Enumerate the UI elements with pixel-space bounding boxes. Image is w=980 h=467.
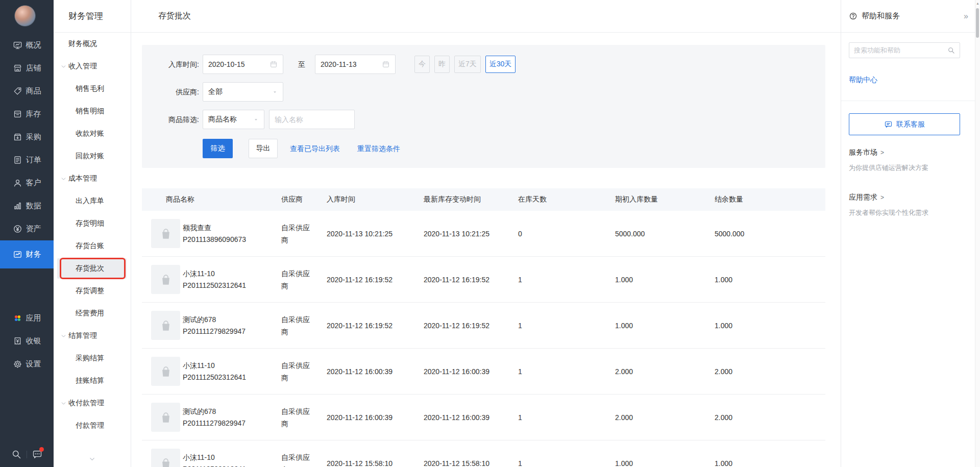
balance-qty-cell: 1.000 (715, 459, 825, 467)
sidebar-item[interactable]: 店铺 (0, 57, 54, 80)
menu-item[interactable]: 经营费用 (54, 302, 130, 325)
scroll-up-arrow[interactable]: ▲ (975, 2, 980, 5)
product-name: 小沫11-10 (183, 452, 246, 463)
menu-item[interactable]: 存货台账 (54, 235, 130, 257)
menu-item[interactable]: 收入管理 (54, 55, 130, 78)
menu-item[interactable]: 采购结算 (54, 347, 130, 370)
caret-down-icon (253, 117, 259, 122)
calendar-icon (270, 60, 278, 68)
menu-item[interactable]: 销售明细 (54, 100, 130, 122)
menu-collapse-button[interactable] (54, 455, 131, 463)
sidebar-item[interactable]: 库存 (0, 103, 54, 126)
sidebar-item-label: 采购 (26, 132, 41, 142)
menu-item[interactable]: 存货批次 (54, 257, 130, 280)
chevron-right-icon: > (880, 149, 884, 156)
sidebar-item-icon (13, 336, 22, 346)
message-icon[interactable] (32, 449, 42, 459)
product-code: P201112502312641 (183, 372, 246, 383)
help-section[interactable]: 应用需求 > 开发者帮你实现个性化需求 (849, 193, 967, 216)
sidebar-item[interactable]: 采购 (0, 126, 54, 149)
sidebar-item[interactable]: 概况 (0, 34, 54, 57)
supplier-select[interactable]: 全部 (203, 82, 283, 102)
balance-qty-cell: 1.000 (715, 322, 825, 330)
sidebar-item[interactable]: 资产 (0, 217, 54, 240)
days-in-stock-cell: 1 (518, 413, 615, 422)
menu-item[interactable]: 成本管理 (54, 167, 130, 190)
sidebar-item[interactable]: 设置 (0, 353, 54, 376)
menu-item[interactable]: 回款对账 (54, 145, 130, 167)
product-name-input-wrap (269, 110, 355, 129)
search-icon[interactable] (11, 449, 21, 459)
sidebar-item[interactable]: 应用 (0, 307, 54, 330)
view-exported-link[interactable]: 查看已导出列表 (290, 139, 340, 158)
finance-menu: 财务管理 财务概况 收入管理 销售毛利 销售明细 收款对账 回款对账 (54, 0, 131, 467)
product-name-input[interactable] (275, 115, 349, 124)
sidebar-item-icon (13, 250, 22, 259)
in-time-cell: 2020-11-12 16:00:39 (327, 367, 424, 376)
menu-item[interactable]: 结算管理 (54, 325, 130, 347)
product-filter-type-value: 商品名称 (208, 115, 237, 124)
product-thumbnail (151, 219, 180, 248)
sidebar-item[interactable]: 数据 (0, 194, 54, 217)
change-time-cell: 2020-11-12 15:58:10 (424, 459, 518, 467)
collapse-panel-icon[interactable]: » (964, 12, 967, 21)
sidebar-item-icon (13, 224, 22, 234)
sidebar-item[interactable]: 客户 (0, 171, 54, 194)
export-button[interactable]: 导出 (249, 139, 278, 158)
date-range-label: 入库时间: (142, 55, 199, 74)
bag-icon (159, 457, 173, 467)
menu-item[interactable]: 存货明细 (54, 212, 130, 235)
column-header: 期初入库数量 (615, 195, 715, 204)
days-in-stock-cell: 0 (518, 230, 615, 238)
magnifier-icon[interactable] (947, 46, 955, 54)
product-thumbnail (151, 449, 180, 467)
menu-item[interactable]: 收款对账 (54, 122, 130, 145)
contact-support-button[interactable]: 联系客服 (849, 113, 960, 135)
reset-filters-link[interactable]: 重置筛选条件 (357, 139, 400, 158)
filter-button[interactable]: 筛选 (203, 139, 233, 158)
sidebar-item[interactable]: 收银 (0, 330, 54, 353)
avatar[interactable] (14, 5, 36, 27)
date-to-input[interactable] (315, 55, 396, 74)
sidebar-item-icon (13, 313, 22, 323)
quick-date-button[interactable]: 昨 (434, 56, 450, 73)
sidebar-item-label: 商品 (26, 86, 41, 96)
scrollbar-thumb[interactable] (976, 8, 979, 38)
supplier-cell: 自采供应商 (281, 267, 314, 292)
quick-date-button[interactable]: 近30天 (485, 56, 516, 73)
help-section[interactable]: 服务市场 > 为你提供店铺运营解决方案 (849, 148, 967, 171)
menu-item-label: 财务概况 (68, 39, 97, 48)
product-code: P201112502312641 (183, 463, 246, 467)
product-name: 额我查查 (183, 222, 246, 234)
help-search-input[interactable] (854, 46, 944, 54)
menu-item[interactable]: 财务概况 (54, 33, 130, 55)
menu-item[interactable]: 存货调整 (54, 280, 130, 302)
product-name: 测试的678 (183, 406, 246, 417)
menu-item[interactable]: 销售毛利 (54, 78, 130, 100)
menu-item-label: 存货台账 (76, 241, 104, 251)
help-center-link[interactable]: 帮助中心 (849, 76, 877, 85)
sidebar-item[interactable]: 财务 (0, 240, 54, 268)
vertical-scrollbar[interactable]: ▲ (975, 0, 980, 467)
menu-item[interactable]: 挂账结算 (54, 370, 130, 392)
product-filter-type-select[interactable]: 商品名称 (203, 110, 264, 129)
page-title: 存货批次 (158, 11, 191, 21)
change-time-cell: 2020-11-12 16:00:39 (424, 367, 518, 376)
menu-item[interactable]: 出入库单 (54, 190, 130, 212)
sidebar-item-icon (13, 359, 22, 369)
help-section-desc: 为你提供店铺运营解决方案 (849, 164, 967, 171)
days-in-stock-cell: 1 (518, 276, 615, 284)
sidebar-item-icon (13, 201, 22, 211)
date-to-value[interactable] (321, 60, 379, 68)
quick-date-button[interactable]: 今 (414, 56, 430, 73)
menu-item[interactable]: 收付款管理 (54, 392, 130, 414)
menu-item-label: 存货明细 (76, 219, 104, 228)
sidebar-item[interactable]: 订单 (0, 149, 54, 171)
page-header: 存货批次 (131, 0, 841, 33)
menu-item[interactable]: 付款管理 (54, 414, 130, 437)
sidebar-item[interactable]: 商品 (0, 80, 54, 103)
date-from-value[interactable] (208, 60, 266, 68)
quick-date-button[interactable]: 近7天 (454, 56, 481, 73)
date-from-input[interactable] (203, 55, 283, 74)
sidebar-item-label: 财务 (26, 250, 41, 259)
